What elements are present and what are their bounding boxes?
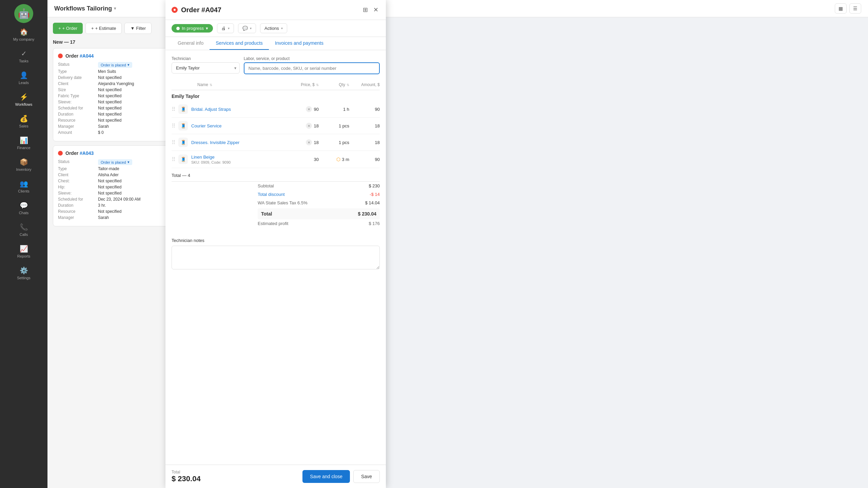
drag-handle-s2[interactable]: ⠿ xyxy=(172,123,176,129)
modal-tabs: General info Services and products Invoi… xyxy=(165,37,386,50)
sidebar-item-tasks[interactable]: ✓ Tasks xyxy=(0,46,47,66)
service-link-s2[interactable]: Courier Service xyxy=(191,123,222,128)
status-dot xyxy=(176,27,180,30)
save-and-close-button[interactable]: Save and close xyxy=(302,470,350,483)
finance-icon: 📊 xyxy=(20,136,28,144)
service-amount-s3: 18 xyxy=(349,140,380,145)
service-link-s3[interactable]: Dresses. Invisible Zipper xyxy=(191,140,239,145)
order-id-link-2[interactable]: #A043 xyxy=(80,150,94,156)
discount-icon-s1[interactable]: ✕ xyxy=(306,106,312,112)
actions-button[interactable]: Actions ▾ xyxy=(260,23,287,33)
filter-button[interactable]: ▼ Filter xyxy=(124,23,152,34)
footer-total-block: Total $ 230.04 xyxy=(172,470,201,483)
service-price-s1: ✕ 90 xyxy=(285,106,319,112)
discount-row: Total discount -$ 14 xyxy=(258,190,380,199)
main-area: Workflows Tailoring ▾ ▦ ☰ + + Order + + … xyxy=(47,0,868,488)
service-row-s4: ⠿ 🧵 Linen Beige SKU: 0909, Code: 9090 30… xyxy=(172,151,380,168)
add-order-button[interactable]: + + Order xyxy=(53,23,83,34)
title-dropdown-icon[interactable]: ▾ xyxy=(114,6,116,11)
sidebar-item-leads[interactable]: 👤 Leads xyxy=(0,68,47,88)
sidebar-item-settings[interactable]: ⚙️ Settings xyxy=(0,263,47,283)
drag-handle-s1[interactable]: ⠿ xyxy=(172,106,176,113)
order-status-badge-2[interactable]: Order is placed ▾ xyxy=(98,159,132,165)
chart-view-btn[interactable]: ▦ xyxy=(835,3,847,14)
col-header-qty: Qty ⇅ xyxy=(319,82,349,87)
total-count: Total — 4 xyxy=(172,173,380,182)
add-estimate-button[interactable]: + + Estimate xyxy=(85,23,122,34)
service-price-s4: 30 xyxy=(285,157,319,162)
service-info-s2: Courier Service xyxy=(191,123,285,128)
inventory-stack-icon: ⬡ xyxy=(336,157,340,162)
col-header-price: Price, $ ⇅ xyxy=(285,82,319,87)
settings-icon: ⚙️ xyxy=(20,266,28,274)
sidebar-item-reports[interactable]: 📈 Reports xyxy=(0,241,47,262)
totals-section: Total — 4 Subtotal $ 230 Total discount … xyxy=(172,168,380,232)
tab-services-products[interactable]: Services and products xyxy=(210,37,269,50)
subtotal-row: Subtotal $ 230 xyxy=(258,182,380,190)
status-pill[interactable]: In progress ▾ xyxy=(172,24,213,33)
footer-buttons: Save and close Save xyxy=(302,470,380,483)
service-link-s4[interactable]: Linen Beige xyxy=(191,155,215,160)
print-button[interactable]: 🖨 ▾ xyxy=(217,23,234,33)
discount-icon-s2[interactable]: ✕ xyxy=(306,123,312,129)
inventory-icon: 📦 xyxy=(20,158,28,166)
sort-name-icon[interactable]: ⇅ xyxy=(210,83,212,87)
plus-icon: + xyxy=(58,26,61,31)
actions-caret-icon: ▾ xyxy=(281,26,283,30)
service-link-s1[interactable]: Bridal. Adjust Straps xyxy=(191,107,231,112)
tab-general-info[interactable]: General info xyxy=(172,37,210,50)
drag-handle-s3[interactable]: ⠿ xyxy=(172,139,176,146)
filter-icon: ▼ xyxy=(130,26,135,31)
home-icon: 🏠 xyxy=(20,28,28,36)
sidebar-item-workflows[interactable]: ⚡ Workflows xyxy=(0,89,47,110)
footer-total-amount: $ 230.04 xyxy=(172,474,201,483)
technician-section-header: Emily Taylor xyxy=(172,90,380,101)
status-caret-icon-2: ▾ xyxy=(127,160,130,164)
modal-body: Technician Emily Taylor Labor, service, … xyxy=(165,50,386,465)
sort-price-icon[interactable]: ⇅ xyxy=(316,83,319,87)
order-title-2: Order #A043 xyxy=(65,150,94,156)
drag-handle-s4[interactable]: ⠿ xyxy=(172,156,176,163)
chat-caret-icon: ▾ xyxy=(250,26,252,30)
plus-icon-2: + xyxy=(91,26,94,31)
order-status-dot-2 xyxy=(58,151,63,156)
totals-block: Subtotal $ 230 Total discount -$ 14 WA S… xyxy=(172,182,380,228)
sidebar-item-clients[interactable]: 👥 Clients xyxy=(0,176,47,197)
order-id-link[interactable]: #A044 xyxy=(80,53,94,59)
tasks-icon: ✓ xyxy=(21,49,27,58)
labor-input[interactable] xyxy=(244,62,380,74)
chat-icon: 💬 xyxy=(242,26,248,31)
app-logo: 🤖 xyxy=(14,4,33,23)
sidebar-item-chats[interactable]: 💬 Chats xyxy=(0,198,47,218)
service-qty-s4: ⬡ 3 m xyxy=(319,157,349,162)
chat-button[interactable]: 💬 ▾ xyxy=(238,23,256,33)
save-button[interactable]: Save xyxy=(353,470,380,483)
status-caret-icon: ▾ xyxy=(127,63,130,67)
technician-select[interactable]: Emily Taylor xyxy=(172,62,240,74)
list-view-btn[interactable]: ☰ xyxy=(849,3,861,14)
service-price-s2: ✕ 18 xyxy=(285,123,319,129)
service-qty-s3: 1 pcs xyxy=(319,140,349,145)
sidebar-item-sales[interactable]: 💰 Sales xyxy=(0,111,47,131)
service-sku-s4: SKU: 0909, Code: 9090 xyxy=(191,160,285,164)
order-status-badge[interactable]: Order is placed ▾ xyxy=(98,62,132,68)
sort-qty-icon[interactable]: ⇅ xyxy=(347,83,349,87)
notes-textarea[interactable] xyxy=(172,246,380,269)
sidebar-item-finance[interactable]: 📊 Finance xyxy=(0,133,47,153)
tab-invoices-payments[interactable]: Invoices and payments xyxy=(269,37,330,50)
sidebar-item-my-company[interactable]: 🏠 My company xyxy=(0,24,47,45)
service-price-s3: ✕ 18 xyxy=(285,139,319,145)
modal-header: Order #A047 ⊞ ✕ xyxy=(165,17,386,20)
order-modal: Order #A047 ⊞ ✕ In progress ▾ 🖨 ▾ xyxy=(165,17,386,488)
service-info-s1: Bridal. Adjust Straps xyxy=(191,106,285,112)
profit-row: Estimated profit $ 176 xyxy=(258,219,380,228)
print-caret-icon: ▾ xyxy=(228,26,230,30)
discount-icon-s3[interactable]: ✕ xyxy=(306,139,312,145)
leads-icon: 👤 xyxy=(20,71,28,79)
technician-label: Technician xyxy=(172,56,240,61)
form-row-technician: Technician Emily Taylor Labor, service, … xyxy=(172,56,380,74)
service-row-s3: ⠿ 🧵 Dresses. Invisible Zipper ✕ 18 1 pcs… xyxy=(172,134,380,151)
sidebar-item-inventory[interactable]: 📦 Inventory xyxy=(0,155,47,175)
service-qty-s2: 1 pcs xyxy=(319,123,349,128)
sidebar-item-calls[interactable]: 📞 Calls xyxy=(0,220,47,240)
